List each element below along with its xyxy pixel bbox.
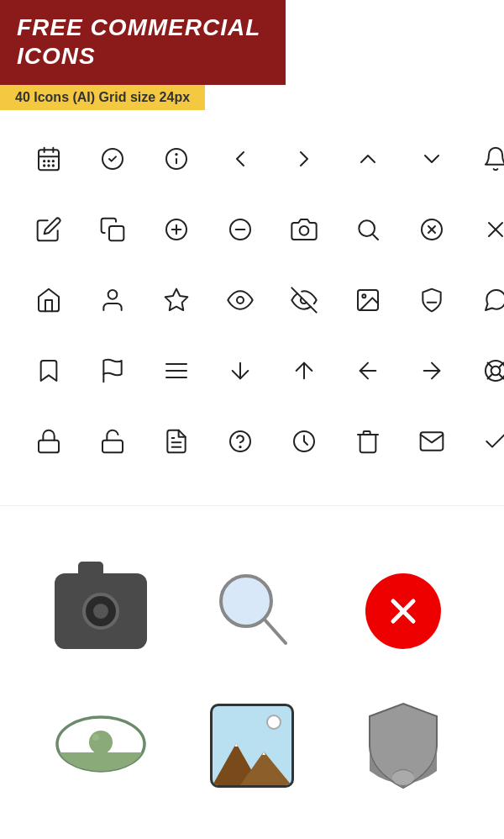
- svg-rect-49: [39, 441, 59, 453]
- calendar-icon[interactable]: [25, 135, 72, 182]
- close-large-icon: [344, 557, 462, 666]
- header-block: FREE COMMERCIAL ICONS: [0, 0, 286, 85]
- chevron-up-icon[interactable]: [344, 135, 391, 182]
- plus-circle-icon[interactable]: [153, 206, 200, 253]
- shield-icon[interactable]: [408, 277, 455, 324]
- arrow-down-icon[interactable]: [217, 347, 264, 394]
- eye-closed-svg: [50, 712, 151, 779]
- info-circle-icon[interactable]: [153, 135, 200, 182]
- large-icon-row-2: [25, 691, 479, 800]
- icon-row-3: [25, 277, 479, 324]
- svg-line-48: [488, 374, 493, 379]
- file-text-icon[interactable]: [153, 418, 200, 465]
- svg-point-53: [230, 431, 250, 451]
- search-large-svg: [214, 569, 290, 653]
- svg-rect-50: [102, 441, 123, 453]
- camera-lens: [82, 593, 119, 630]
- icon-row-5: [25, 418, 479, 465]
- svg-line-45: [488, 363, 493, 368]
- search-large-icon: [193, 557, 311, 666]
- user-icon[interactable]: [89, 277, 136, 324]
- chevron-down-icon[interactable]: [408, 135, 455, 182]
- icons-grid: [0, 110, 504, 497]
- help-circle-icon[interactable]: [217, 418, 264, 465]
- arrow-right-icon[interactable]: [408, 347, 455, 394]
- shield-large-icon: [344, 691, 462, 800]
- svg-line-22: [373, 235, 378, 240]
- large-icon-row-1: [25, 557, 479, 666]
- mail-icon[interactable]: [408, 418, 455, 465]
- svg-point-21: [359, 221, 375, 237]
- flag-icon[interactable]: [89, 347, 136, 394]
- svg-rect-14: [109, 226, 123, 240]
- subtitle-text: 40 Icons (AI) Grid size 24px: [15, 90, 190, 104]
- edit-icon[interactable]: [25, 206, 72, 253]
- close-circle: [365, 573, 441, 649]
- search-icon[interactable]: [344, 206, 391, 253]
- eye-closed-large-icon: [42, 691, 160, 800]
- image-large-icon: [193, 691, 311, 800]
- svg-point-30: [237, 297, 244, 303]
- image-mountains-svg: [213, 735, 291, 785]
- lock-icon[interactable]: [25, 418, 72, 465]
- arrow-up-icon[interactable]: [281, 347, 328, 394]
- image-sun: [266, 715, 281, 730]
- unlock-icon[interactable]: [89, 418, 136, 465]
- svg-line-47: [499, 363, 504, 368]
- icon-row-4: [25, 347, 479, 394]
- x-icon[interactable]: [472, 206, 504, 253]
- icon-row-1: [25, 135, 479, 182]
- check-circle-icon[interactable]: [89, 135, 136, 182]
- copy-icon[interactable]: [89, 206, 136, 253]
- svg-point-69: [392, 770, 414, 785]
- camera-body: [55, 573, 147, 649]
- check-icon[interactable]: [472, 418, 504, 465]
- trash-icon[interactable]: [344, 418, 391, 465]
- menu-icon[interactable]: [153, 347, 200, 394]
- svg-point-33: [362, 295, 365, 298]
- home-icon[interactable]: [25, 277, 72, 324]
- chevron-left-icon[interactable]: [217, 135, 264, 182]
- svg-point-64: [92, 734, 99, 741]
- message-circle-icon[interactable]: [472, 277, 504, 324]
- camera-icon[interactable]: [281, 206, 328, 253]
- life-buoy-icon[interactable]: [472, 347, 504, 394]
- x-circle-icon[interactable]: [408, 206, 455, 253]
- svg-marker-67: [234, 743, 238, 747]
- section-divider: [0, 505, 504, 506]
- bell-icon[interactable]: [472, 135, 504, 182]
- eye-icon[interactable]: [217, 277, 264, 324]
- svg-line-57: [265, 620, 286, 643]
- bookmark-icon[interactable]: [25, 347, 72, 394]
- svg-line-46: [499, 374, 504, 379]
- svg-point-20: [300, 226, 309, 235]
- svg-point-28: [108, 290, 118, 299]
- close-x-svg: [378, 586, 428, 636]
- chevron-right-icon[interactable]: [281, 135, 328, 182]
- large-icons-section: [0, 531, 504, 839]
- svg-point-63: [89, 731, 113, 754]
- star-icon[interactable]: [153, 277, 200, 324]
- page-title: FREE COMMERCIAL ICONS: [17, 13, 269, 70]
- clock-icon[interactable]: [281, 418, 328, 465]
- camera-lens-inner: [93, 604, 108, 619]
- eye-off-icon[interactable]: [281, 277, 328, 324]
- subtitle-bar: 40 Icons (AI) Grid size 24px: [0, 85, 205, 110]
- icon-row-2: [25, 206, 479, 253]
- camera-large-icon: [42, 557, 160, 666]
- shield-large-svg: [361, 699, 445, 792]
- minus-circle-icon[interactable]: [217, 206, 264, 253]
- arrow-left-icon[interactable]: [344, 347, 391, 394]
- svg-marker-29: [165, 289, 188, 310]
- image-icon[interactable]: [344, 277, 391, 324]
